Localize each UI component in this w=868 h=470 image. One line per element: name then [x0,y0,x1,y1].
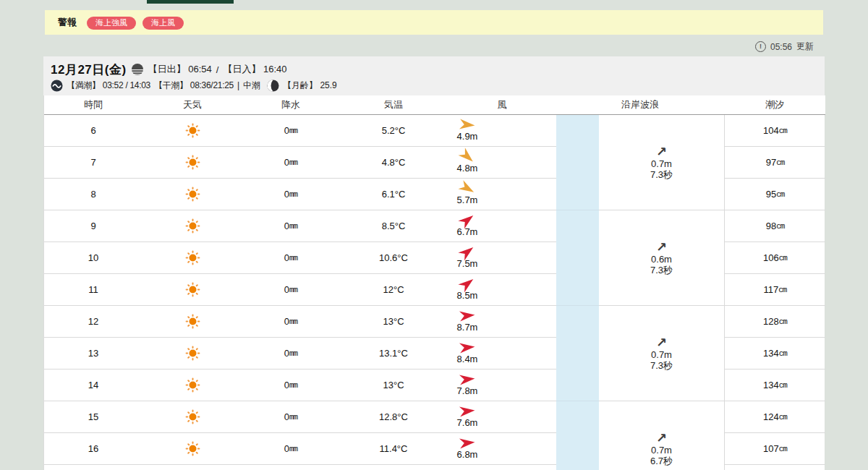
tide-value: 134 [763,348,779,359]
wind-direction-icon [459,119,475,131]
time-cell: 9 [44,210,142,242]
precip-cell: 0mm [242,210,339,242]
weather-cell [142,465,242,470]
tide-unit: cm [776,190,784,199]
weather-cell [142,210,242,242]
wave-level-column [556,115,599,210]
tide-value: 128 [763,316,779,327]
sunset-icon [131,63,144,76]
wave-group-cell: ↗0.7m7.3秒 [599,306,724,401]
precip-cell: 0mm [242,274,339,306]
tide-unit: cm [779,254,787,262]
wind-speed: 5.7m [457,195,478,205]
tide-value: 107 [763,443,779,454]
weather-cell [142,179,242,210]
tide-value: 134 [763,380,779,390]
precip-cell: 0mm [242,401,339,433]
tide-unit: cm [779,349,787,358]
wave-height: 0.6m [651,254,672,265]
info-icon: ! [755,41,766,52]
wave-group-cell: ↗0.6m7.3秒 [599,210,724,306]
precip-cell [242,465,339,470]
sun-icon [185,123,200,138]
active-tab-remnant [147,0,234,4]
warning-badges: 海上強風海上風 [87,15,190,30]
precip-value: 0 [284,380,289,390]
sunrise-text: 【日出】 06:54 [148,63,212,76]
tide-cell: 106cm [724,242,825,274]
alert-badge[interactable]: 海上風 [142,17,184,30]
sun-icon [185,155,200,170]
wave-period: 7.3秒 [650,169,673,180]
precip-cell: 0mm [242,147,339,179]
wind-cell: 7.8m [448,369,556,401]
forecast-table: 時間天気降水気温風沿岸波浪潮汐60mm5.2°C4.9m104cm70mm4.8… [43,95,825,470]
tide-value: 106 [763,252,779,263]
time-cell: 16 [44,433,142,465]
col-header-6: 沿岸波浪 [556,95,724,115]
time-cell [44,465,142,470]
wind-cell: 7.5m [448,242,556,274]
temp-cell: 13°C [339,369,448,401]
precip-unit: mm [289,222,297,231]
precip-unit: mm [289,190,297,199]
wind-speed: 6.8m [457,449,478,460]
tide-cell: 95cm [724,179,825,210]
temp-cell [339,465,448,470]
wind-cell: 6.8m [448,433,556,465]
date-header: 12月27日(金) 【日出】 06:54 / 【日入】 16:40 [43,56,825,95]
wind-speed: 8.7m [457,322,478,333]
temp-cell: 13.1°C [339,338,448,369]
wave-group-cell: ↗0.7m6.7秒 [599,401,724,470]
wave-direction-icon: ↗ [656,145,667,158]
precip-value: 0 [284,348,289,359]
tide-unit: cm [779,317,787,326]
date-title: 12月27日(金) [51,61,127,78]
wave-level-column [556,306,599,401]
alert-badge[interactable]: 海上強風 [87,17,136,30]
wind-direction-icon [459,341,475,354]
tide-unit: cm [779,445,787,453]
tide-unit: cm [779,413,787,422]
precip-unit: mm [289,127,297,135]
wind-speed: 7.8m [457,385,478,396]
tide-cell: 134cm [724,369,825,401]
wind-speed: 4.9m [457,131,478,142]
wave-direction-icon: ↗ [656,241,667,254]
precip-value: 0 [284,443,289,454]
precip-value: 0 [284,284,289,295]
wind-speed: 7.6m [457,417,478,428]
wind-speed: 8.5m [457,290,478,301]
time-cell: 10 [44,242,142,274]
precip-unit: mm [289,381,297,390]
wave-period: 7.3秒 [650,360,673,371]
precip-cell: 0mm [242,338,339,369]
wave-period: 6.7秒 [650,456,673,466]
precip-value: 0 [284,189,289,200]
weather-cell [142,338,242,369]
temp-cell: 6.1°C [339,179,448,210]
precip-unit: mm [289,445,297,453]
wind-direction-icon [459,373,475,385]
precip-value: 0 [284,252,289,263]
tide-unit: cm [779,381,787,390]
temp-cell: 12°C [339,274,448,306]
update-time-label: 更新 [796,40,814,53]
precip-cell: 0mm [242,369,339,401]
wind-cell: 8.4m [448,338,556,369]
tide-cell: 117cm [724,274,825,306]
tide-cell: 104cm [724,115,825,147]
sun-icon [185,282,200,297]
tide-cell: 134cm [724,338,825,369]
weather-cell [142,115,242,147]
wind-cell: 8.5m [448,274,556,306]
tide-value: 97 [766,157,776,168]
wind-cell [448,465,556,470]
precip-cell: 0mm [242,179,339,210]
wave-height: 0.7m [651,158,672,169]
wind-direction-icon [459,309,475,322]
tide-cell: 107cm [724,433,825,465]
temp-cell: 10.6°C [339,242,448,274]
wind-cell: 4.9m [448,115,556,147]
wave-height: 0.7m [651,445,672,456]
